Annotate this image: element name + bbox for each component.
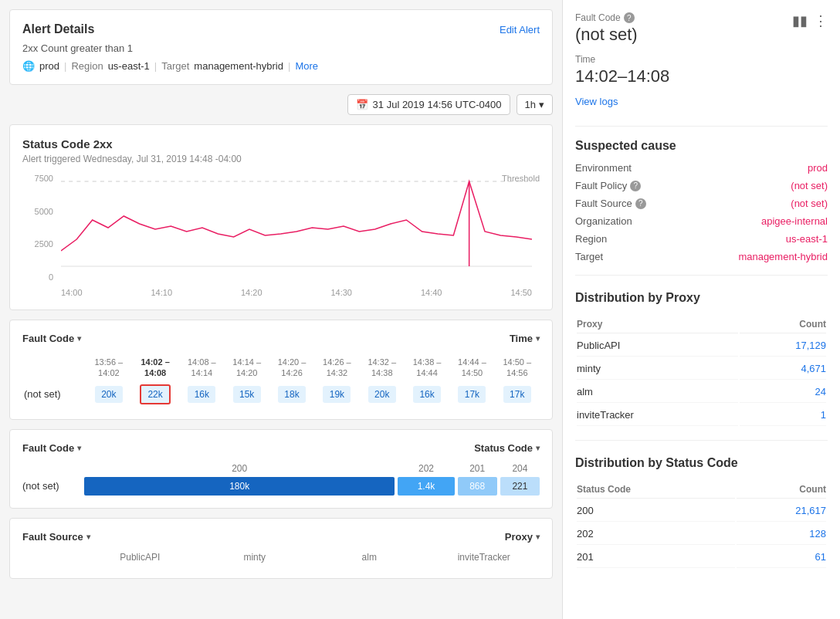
cause-value-fault-source: (not set)	[791, 198, 828, 209]
time-value: 14:02–14:08	[575, 66, 669, 86]
time-cell-chip[interactable]: 17k	[458, 386, 486, 403]
status-count-cell: 128	[737, 523, 826, 545]
table-row: (not set) 20k 22k 16k 15k 18k 19k 20k 16…	[22, 382, 540, 407]
cause-row-fault-policy: Fault Policy ? (not set)	[575, 180, 828, 191]
dist-status-title: Distribution by Status Code	[575, 456, 828, 470]
alert-env-value: prod	[39, 60, 59, 72]
count-col-th: Count	[740, 316, 826, 333]
chart-x-labels: 14:00 14:10 14:20 14:30 14:40 14:50	[61, 288, 532, 297]
cause-row-environment: Environment prod	[575, 162, 828, 174]
fault-code-status-dropdown-icon: ▾	[77, 444, 81, 452]
time-cell-chip[interactable]: 18k	[278, 386, 306, 403]
cause-value-fault-policy: (not set)	[791, 180, 828, 191]
bar-chart-icon[interactable]: ▮▮	[792, 12, 808, 29]
duration-button[interactable]: 1h ▾	[517, 94, 553, 115]
fault-time-table-card: Fault Code ▾ Time ▾ 13:56 – 14:02 14:02 …	[9, 320, 553, 420]
duration-value: 1h	[525, 99, 536, 110]
fault-code-section: Fault Code ? (not set) Time 14:02–14:08 …	[575, 12, 669, 107]
kebab-menu-icon[interactable]: ⋮	[814, 12, 828, 29]
list-item: inviteTracker 1	[577, 404, 826, 426]
threshold-label: Threshold	[502, 174, 540, 183]
cause-row-target: Target management-hybrid	[575, 251, 828, 262]
status-bar-200[interactable]: 180k	[84, 477, 395, 496]
time-table: 13:56 – 14:02 14:02 – 14:08 14:08 – 14:1…	[22, 353, 540, 407]
proxy-count-cell: 1	[740, 404, 826, 426]
cause-row-organization: Organization apigee-internal	[575, 215, 828, 227]
fault-code-info-icon[interactable]: ?	[624, 12, 635, 23]
edit-alert-link[interactable]: Edit Alert	[500, 24, 540, 36]
list-item: minty 4,671	[577, 358, 826, 380]
list-item: alm 24	[577, 381, 826, 403]
fault-status-table-card: Fault Code ▾ Status Code ▾ 200 202 201 2…	[9, 429, 553, 509]
chart-card: Status Code 2xx Alert triggered Wednesda…	[9, 124, 553, 310]
chart-area: 7500 5000 2500 0 14:00	[22, 174, 540, 297]
status-fault-code-cell: (not set)	[22, 480, 84, 492]
list-item: PublicAPI 17,129	[577, 335, 826, 357]
proxy-count-cell: 17,129	[740, 335, 826, 357]
cause-row-region: Region us-east-1	[575, 233, 828, 245]
suspected-cause-title: Suspected cause	[575, 139, 828, 153]
alert-meta: 🌐 prod | Region us-east-1 | Target manag…	[22, 60, 540, 72]
fault-code-label: Fault Code ?	[575, 12, 669, 23]
status-bar-201[interactable]: 868	[458, 477, 497, 496]
status-bar-202[interactable]: 1.4k	[398, 477, 454, 496]
time-cell-chip[interactable]: 17k	[503, 386, 531, 403]
status-bar-204[interactable]: 221	[500, 477, 540, 496]
chart-y-labels: 7500 5000 2500 0	[22, 174, 53, 282]
status-code-dropdown-icon: ▾	[536, 444, 540, 452]
time-cell-chip[interactable]: 19k	[323, 386, 351, 403]
action-icons: ▮▮ ⋮	[792, 12, 828, 29]
proxy-col-header[interactable]: Proxy ▾	[505, 531, 540, 543]
cause-value-environment: prod	[808, 162, 828, 174]
more-link[interactable]: More	[295, 60, 318, 72]
alert-region-value: us-east-1	[108, 60, 150, 72]
duration-dropdown-icon: ▾	[539, 99, 544, 110]
fault-code-value: (not set)	[575, 25, 669, 45]
proxy-dropdown-icon: ▾	[536, 533, 540, 541]
proxy-count-cell: 24	[740, 381, 826, 403]
alert-details-card: Alert Details Edit Alert 2xx Count great…	[9, 9, 553, 85]
datetime-value: 31 Jul 2019 14:56 UTC-0400	[373, 99, 502, 110]
fault-code-col-header[interactable]: Fault Code ▾	[22, 333, 81, 344]
cause-value-target: management-hybrid	[738, 251, 828, 262]
cause-row-fault-source: Fault Source ? (not set)	[575, 198, 828, 209]
fault-policy-info-icon[interactable]: ?	[630, 181, 641, 191]
status-code-col-header[interactable]: Status Code ▾	[474, 442, 540, 454]
chart-plot	[61, 174, 532, 282]
calendar-icon: 📅	[356, 99, 368, 110]
alert-region-label: Region	[71, 60, 103, 72]
status-table-row: (not set) 180k 1.4k 868 221	[22, 477, 540, 496]
alert-details-title: Alert Details	[22, 22, 94, 36]
fault-code-cell: (not set)	[22, 382, 86, 407]
fault-source-info-icon[interactable]: ?	[635, 198, 646, 209]
alert-subtitle: 2xx Count greater than 1	[22, 42, 540, 54]
proxy-name-cell: alm	[577, 381, 738, 403]
time-dropdown-icon: ▾	[536, 334, 540, 343]
fault-code-status-col-header[interactable]: Fault Code ▾	[22, 442, 81, 454]
fault-source-dropdown-icon: ▾	[86, 533, 90, 541]
status-count-cell: 61	[737, 546, 826, 568]
time-cell-chip[interactable]: 20k	[95, 386, 123, 403]
datetime-bar: 📅 31 Jul 2019 14:56 UTC-0400 1h ▾	[9, 94, 553, 115]
status-count-cell: 21,617	[737, 500, 826, 522]
view-logs-link[interactable]: View logs	[575, 96, 618, 107]
time-cell-chip-selected[interactable]: 22k	[140, 384, 170, 404]
status-code-cell: 200	[577, 500, 735, 522]
cause-rows: Environment prod Fault Policy ? (not set…	[575, 162, 828, 262]
datetime-button[interactable]: 📅 31 Jul 2019 14:56 UTC-0400	[347, 94, 510, 115]
fault-source-col-header[interactable]: Fault Source ▾	[22, 531, 90, 543]
time-cell-chip[interactable]: 16k	[413, 386, 441, 403]
status-code-cell: 201	[577, 546, 735, 568]
list-item: 200 21,617	[577, 500, 826, 522]
proxy-name-cell: inviteTracker	[577, 404, 738, 426]
dist-proxy-title: Distribution by Proxy	[575, 291, 828, 305]
globe-icon: 🌐	[22, 60, 35, 72]
fault-code-dropdown-icon: ▾	[77, 334, 81, 343]
time-col-header[interactable]: Time ▾	[510, 333, 540, 344]
time-cell-chip[interactable]: 20k	[368, 386, 396, 403]
time-cell-chip[interactable]: 16k	[188, 386, 215, 403]
cause-value-region: us-east-1	[786, 233, 828, 245]
chart-title: Status Code 2xx	[22, 137, 540, 151]
time-cell-chip[interactable]: 15k	[233, 386, 261, 403]
dist-proxy-table: Proxy Count PublicAPI 17,129 minty 4,671…	[575, 314, 828, 428]
